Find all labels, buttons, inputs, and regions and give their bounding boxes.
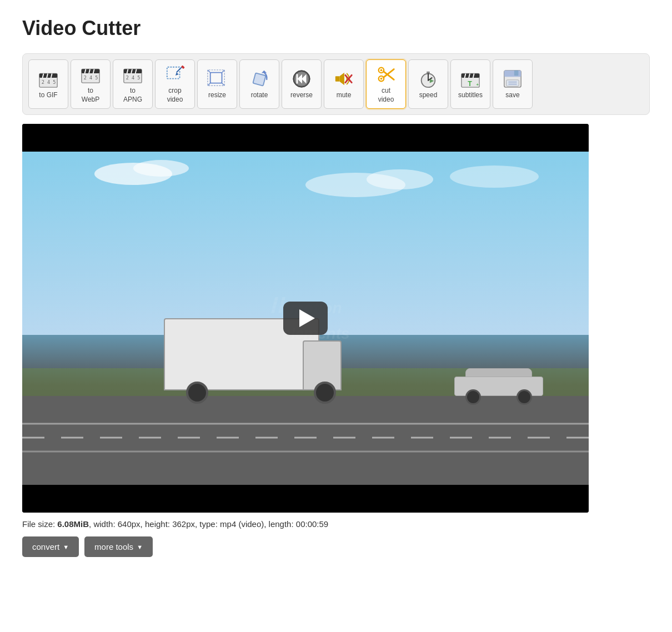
svg-text:2 4 5: 2 4 5	[84, 75, 98, 81]
reverse-label: reverse	[290, 91, 313, 100]
rotate-label: rotate	[251, 91, 268, 100]
speed-icon	[418, 69, 438, 89]
video-bottom-bar	[22, 485, 589, 513]
file-info: File size: 6.08MiB, width: 640px, height…	[22, 519, 650, 529]
convert-button[interactable]: convert ▼	[22, 536, 79, 557]
svg-rect-23	[210, 72, 222, 83]
mute-label: mute	[337, 91, 352, 100]
svg-rect-28	[253, 73, 265, 86]
tool-crop-video[interactable]: cropvideo	[155, 59, 195, 109]
tool-speed[interactable]: speed	[408, 59, 448, 109]
tool-save[interactable]: save	[493, 59, 533, 109]
to-apng-icon: 2 4 5	[123, 64, 143, 84]
video-road	[22, 396, 589, 485]
svg-rect-60	[506, 80, 519, 86]
tool-to-apng[interactable]: 2 4 5 toAPNG	[113, 59, 153, 109]
more-tools-caret-icon: ▼	[137, 544, 143, 550]
svg-point-67	[450, 165, 539, 188]
svg-point-44	[380, 78, 383, 80]
to-gif-icon: 2 4 5	[38, 69, 58, 89]
play-button[interactable]	[283, 302, 328, 335]
svg-marker-29	[262, 71, 267, 73]
subtitles-icon: T +	[460, 69, 480, 89]
svg-text:2 4 5: 2 4 5	[126, 75, 141, 81]
mute-icon	[334, 69, 354, 89]
file-size: 6.08MiB	[57, 519, 89, 529]
svg-rect-1	[39, 73, 57, 78]
svg-rect-51	[462, 73, 479, 78]
video-car	[454, 363, 543, 407]
resize-icon	[207, 69, 227, 89]
svg-rect-59	[514, 71, 519, 76]
save-label: save	[505, 91, 519, 100]
svg-text:T: T	[468, 80, 472, 88]
tool-to-gif[interactable]: 2 4 5 to GIF	[28, 59, 68, 109]
tool-reverse[interactable]: reverse	[282, 59, 322, 109]
convert-caret-icon: ▼	[63, 544, 69, 550]
crop-video-icon	[165, 64, 185, 84]
resize-label: resize	[208, 91, 226, 100]
svg-point-66	[367, 169, 433, 189]
svg-point-43	[380, 69, 383, 72]
svg-point-64	[133, 160, 189, 177]
tool-cut-video[interactable]: cutvideo	[366, 59, 406, 109]
video-top-bar	[22, 124, 589, 152]
svg-text:+: +	[476, 82, 479, 87]
cut-video-label: cutvideo	[378, 87, 394, 104]
reverse-icon	[292, 69, 312, 89]
bottom-buttons: convert ▼ more tools ▼	[22, 536, 650, 557]
svg-rect-7	[82, 69, 99, 74]
svg-marker-20	[175, 72, 179, 76]
video-frame: ⁞⁞ motion ⁞⁞ elements	[22, 152, 589, 485]
to-gif-label: to GIF	[39, 91, 57, 100]
file-details: , width: 640px, height: 362px, type: mp4…	[89, 519, 328, 529]
svg-marker-36	[339, 72, 344, 85]
play-triangle-icon	[299, 309, 315, 327]
svg-rect-34	[297, 74, 298, 83]
convert-label: convert	[32, 542, 59, 551]
video-player: ⁞⁞ motion ⁞⁞ elements	[22, 124, 589, 513]
more-tools-label: more tools	[94, 542, 133, 551]
svg-rect-21	[181, 66, 185, 69]
crop-video-label: cropvideo	[167, 87, 183, 104]
to-webp-label: toWebP	[82, 87, 99, 104]
page-title: Video Cutter	[22, 17, 650, 40]
more-tools-button[interactable]: more tools ▼	[84, 536, 153, 557]
svg-rect-13	[124, 69, 142, 74]
tool-resize[interactable]: resize	[197, 59, 237, 109]
svg-text:2 4 5: 2 4 5	[42, 79, 56, 85]
to-apng-label: toAPNG	[123, 87, 142, 104]
tool-subtitles[interactable]: T + subtitles	[450, 59, 490, 109]
tool-rotate[interactable]: rotate	[239, 59, 279, 109]
tool-to-webp[interactable]: 2 4 5 toWebP	[71, 59, 111, 109]
rotate-icon	[249, 69, 269, 89]
to-webp-icon: 2 4 5	[81, 64, 101, 84]
subtitles-label: subtitles	[458, 91, 483, 100]
file-info-prefix: File size:	[22, 519, 57, 529]
toolbar: 2 4 5 to GIF 2 4 5 toWebP	[22, 53, 650, 115]
svg-rect-35	[335, 76, 340, 81]
cut-video-icon	[376, 64, 396, 84]
tool-mute[interactable]: mute	[324, 59, 364, 109]
save-icon	[503, 69, 523, 89]
svg-rect-58	[504, 71, 521, 77]
speed-label: speed	[419, 91, 438, 100]
svg-rect-18	[167, 67, 180, 79]
